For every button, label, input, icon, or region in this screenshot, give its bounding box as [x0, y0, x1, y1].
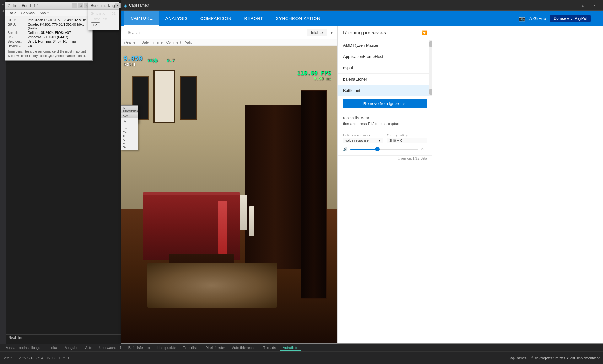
search-input[interactable]	[125, 29, 304, 36]
timerbench-window: ⏱ TimerBench 1.4 – □ ✕ Tools Services Ab…	[5, 2, 93, 61]
col-comment[interactable]: Comment	[166, 40, 181, 44]
version-icon: ℹ	[398, 157, 400, 160]
volume-fill	[350, 149, 377, 150]
capframex-minimize-btn[interactable]: –	[566, 2, 578, 9]
benchmarking-body: Synthetic 62. Game Test: Co	[88, 10, 119, 30]
bottom-tab-aufrufhierarchie[interactable]: Aufrufhierarchie	[229, 345, 260, 350]
vase-1	[240, 195, 247, 230]
bottom-tab-aufrufliste[interactable]: Aufrufliste	[280, 345, 301, 351]
hotkey-section: Hotkey sound mode voice response ▼ Overl…	[338, 131, 432, 155]
sort-icon-date: ↑	[139, 40, 141, 44]
dropdown-arrow[interactable]: ▼	[330, 30, 334, 35]
capframex-content: Infobox ▼ ↑ Game ↑ Date ↑ Time Comment	[121, 26, 603, 343]
bottom-tab-uberwachen[interactable]: Überwachen 1	[96, 345, 125, 350]
process-scrollbar[interactable]	[429, 40, 432, 96]
benchmarking-close-btn[interactable]: ✕	[115, 3, 121, 8]
ms-value: 9.09 ms	[297, 76, 331, 81]
cpu-label: CPU:	[8, 18, 26, 22]
volume-slider[interactable]	[350, 149, 418, 150]
timerbench-maximize-btn[interactable]: □	[78, 3, 83, 8]
nav-tab-comparison[interactable]: COMPARISON	[194, 11, 238, 26]
overlay-hotkey-label: Overlay hotkey	[387, 134, 427, 137]
remove-ignore-button[interactable]: Remove from ignore list	[343, 99, 427, 108]
xeon-re-label: Re	[123, 131, 137, 134]
taskbar: Bereit Z 25 S 13 Zei 4 EINFG ↕ 0 ⚠ 0 Cap…	[0, 351, 603, 364]
infobox-button[interactable]: Infobox	[307, 29, 327, 36]
gpu-pct-overlay: 98þþ 9.7	[147, 58, 175, 63]
capframex-titlebar: ◈ CapFrameX – □ ✕	[121, 0, 603, 11]
process-item-appframe[interactable]: ApplicationFrameHost	[338, 51, 432, 62]
process-item-avpui[interactable]: avpui	[338, 62, 432, 74]
nav-tab-capture[interactable]: CAPTURE	[124, 11, 159, 26]
timerbench-menu-about[interactable]: About	[37, 10, 51, 15]
bottom-tab-ausgabe[interactable]: Ausgabe	[62, 345, 81, 350]
branch-indicator[interactable]: ⎇ develop/feature/rtss_client_implementa…	[530, 356, 600, 360]
xeon-ti-label: Ti	[123, 135, 137, 138]
paypal-button[interactable]: Donate with PayPal	[550, 15, 591, 22]
capframex-maximize-btn[interactable]: □	[578, 2, 589, 9]
sync-count: 0	[59, 356, 61, 360]
capframex-nav: CAPTURE ANALYSIS COMPARISON REPORT SYNCH…	[121, 11, 603, 26]
process-panel-title: Running processes	[343, 30, 386, 36]
capframex-taskbar-label[interactable]: CapFrameX	[509, 356, 527, 360]
xeon-al-label: Al	[123, 138, 137, 141]
services-label: Services:	[8, 40, 26, 43]
xeon-ga-label: Ga	[123, 127, 137, 130]
os-value: Windows 6.1.7601 (64-Bit)	[28, 35, 68, 39]
bottom-tab-auto[interactable]: Auto	[82, 345, 95, 350]
synthetic-label: Synthetic	[91, 12, 105, 15]
github-link[interactable]: ⬡ GitHub	[529, 16, 546, 21]
process-item-amd[interactable]: AMD Ryzen Master	[338, 40, 432, 51]
github-icon: ⬡	[529, 16, 532, 21]
nav-tab-synchronization[interactable]: SYNCHRONIZATION	[270, 11, 327, 26]
timerbench-title: TimerBench 1.4	[12, 3, 39, 8]
nav-tab-analysis[interactable]: ANALYSIS	[159, 11, 194, 26]
process-item-balena[interactable]: balenaEtcher	[338, 74, 432, 85]
capframex-close-btn[interactable]: ✕	[589, 2, 600, 9]
bottom-tab-fehlerliste[interactable]: Fehlerliste	[180, 345, 202, 350]
xeon-titlebar: Xeon	[121, 113, 138, 118]
xeon-m-label: M	[123, 142, 137, 145]
picture-2	[153, 70, 175, 123]
hwinfo-value: Ok	[28, 44, 32, 48]
volume-value: 25	[421, 147, 427, 151]
benchmarking-co-btn[interactable]: Co	[91, 22, 100, 28]
process-item-battlenet[interactable]: Battle.net	[338, 85, 432, 96]
col-time[interactable]: ↑ Time	[153, 40, 163, 44]
capture-list-body: 9.050 D3D11 98þþ 9.7 110.00 FPS 9.09 ms	[121, 46, 337, 343]
rug	[147, 263, 277, 308]
mode-label: EINFG	[45, 356, 55, 360]
col-date[interactable]: ↑ Date	[139, 40, 149, 44]
hotkey-dropdown-arrow[interactable]: ▼	[378, 139, 381, 142]
gpu-value: Quadro K4200, 770.81/1350.00 MHz (99%)	[28, 23, 90, 30]
bottom-tab-lokal[interactable]: Lokal	[46, 345, 61, 350]
col-valid[interactable]: Valid	[185, 40, 192, 44]
bottom-tab-befehlsfenster[interactable]: Befehlsfenster	[125, 345, 153, 350]
process-panel: Running processes 🔽 AMD Ryzen Master App…	[338, 26, 432, 343]
timerbench-menu-services[interactable]: Services	[19, 10, 37, 15]
position-label: Z 25	[19, 356, 26, 360]
timerbench-menu-tools[interactable]: Tools	[6, 10, 19, 15]
timerbench-titlebar: ⏱ TimerBench 1.4 – □ ✕	[5, 2, 92, 10]
hotkey-row: Hotkey sound mode voice response ▼ Overl…	[343, 134, 427, 143]
bottom-tab-direktfenster[interactable]: Direktfenster	[202, 345, 228, 350]
timerbench-minimize-btn[interactable]: –	[72, 3, 77, 8]
capframex-title: CapFrameX	[129, 3, 149, 8]
taskbar-left: Bereit Z 25 S 13 Zei 4 EINFG ↕ 0 ⚠ 0	[3, 356, 69, 360]
filter-icon[interactable]: 🔽	[422, 30, 427, 35]
capture-info-line1: rocess list clear.	[343, 115, 427, 121]
overlay-hotkey-group: Overlay hotkey Shift + O	[387, 134, 427, 143]
nav-tab-report[interactable]: REPORT	[238, 11, 269, 26]
line-label: S 13	[27, 356, 35, 360]
bottom-tab-ausnahme[interactable]: Ausnahmeeinstellungen	[3, 345, 46, 350]
camera-icon[interactable]: 📷	[519, 16, 525, 22]
volume-thumb	[375, 147, 380, 151]
bottom-tab-threads[interactable]: Threads	[260, 345, 279, 350]
menu-icon[interactable]: ⋮	[595, 16, 600, 22]
door	[301, 90, 327, 298]
volume-icon: 🔊	[343, 147, 348, 151]
hwinfo-label: HWINFO:	[8, 44, 26, 48]
col-game[interactable]: ↑ Game	[124, 40, 135, 44]
board-label: Board:	[8, 31, 26, 34]
bottom-tab-haltepunkte[interactable]: Haltepunkte	[154, 345, 179, 350]
